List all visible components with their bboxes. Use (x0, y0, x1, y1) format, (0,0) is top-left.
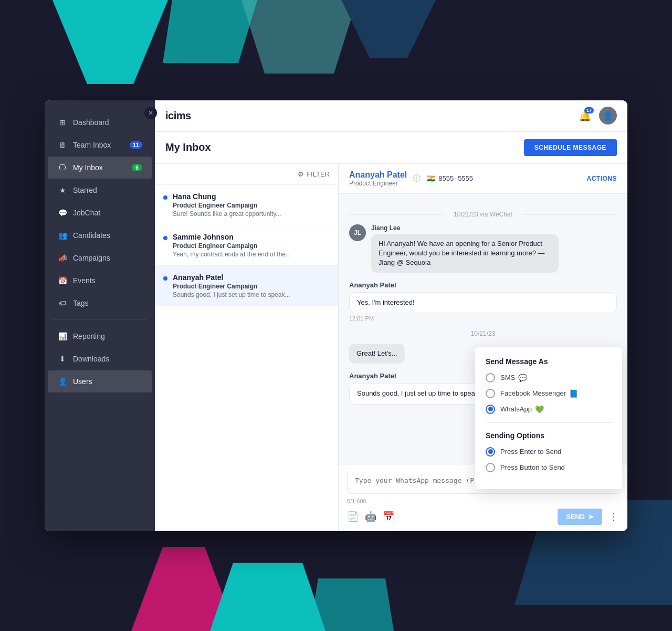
conv-campaign: Product Engineer Campaign (173, 242, 330, 250)
sidebar-item-candidates[interactable]: 👥 Candidates (48, 224, 152, 246)
sidebar-item-label: JobChat (73, 209, 142, 217)
conv-preview: Sure! Sounds like a great opportunity... (173, 210, 330, 218)
send-button[interactable]: SEND ➤ (558, 509, 602, 525)
sidebar-item-jobchat[interactable]: 💬 JobChat (48, 202, 152, 224)
press-button-radio[interactable] (486, 463, 495, 472)
input-actions: 📄 🤖 📅 SEND ➤ ⋮ (347, 509, 619, 525)
whatsapp-radio[interactable] (486, 405, 495, 414)
star-icon: ★ (57, 185, 68, 195)
team-inbox-badge: 11 (130, 141, 142, 149)
send-arrow-icon: ➤ (588, 513, 594, 521)
bg-decoration-teal (52, 0, 168, 84)
bg-decoration-pink (131, 547, 236, 631)
chat-header-right: ACTIONS (587, 175, 617, 182)
conversation-item-sammie[interactable]: Sammie Johnson Product Engineer Campaign… (155, 225, 338, 266)
message-ananyah-1-wrap: Ananyah Patel Yes, I'm interested! 12:01… (349, 281, 617, 322)
avatar-icon: 👤 (603, 111, 613, 121)
chat-icon: 💬 (57, 208, 68, 218)
press-enter-label: Press Enter to Send (500, 448, 561, 456)
send-label: SEND (566, 513, 585, 521)
radio-selected-dot (488, 407, 493, 411)
press-button-option[interactable]: Press Button to Send (486, 463, 612, 472)
top-bar-actions: 🔔 17 👤 (579, 107, 617, 125)
sidebar-item-label: Starred (73, 186, 142, 194)
conv-list-header: ⚙ FILTER (155, 164, 338, 185)
sms-option[interactable]: SMS 💬 (486, 373, 612, 382)
msg-content: Jiang Lee Hi Ananyah! We have an opening… (371, 224, 559, 273)
sidebar-item-tags[interactable]: 🏷 Tags (48, 292, 152, 314)
sidebar-divider (53, 319, 146, 320)
my-inbox-badge: 6 (132, 164, 142, 171)
calendar-icon: 📅 (57, 275, 68, 286)
sms-icon: 💬 (518, 374, 527, 382)
whatsapp-option[interactable]: WhatsApp 💚 (486, 405, 612, 414)
sidebar-item-campaigns[interactable]: 📣 Campaigns (48, 247, 152, 269)
page-header: My Inbox SCHEDULE MESSAGE (155, 132, 627, 164)
top-bar: icims 🔔 17 👤 (155, 100, 627, 132)
conversation-item-hana[interactable]: Hana Chung Product Engineer Campaign Sur… (155, 185, 338, 225)
schedule-message-button[interactable]: SCHEDULE MESSAGE (524, 139, 617, 156)
conv-preview: Yeah, my contract ends at the end of the… (173, 251, 330, 258)
press-button-label: Press Button to Send (500, 463, 565, 471)
sidebar-item-label: My Inbox (73, 163, 132, 172)
conv-campaign: Product Engineer Campaign (173, 202, 330, 209)
conv-info: Ananyah Patel Product Engineer Campaign … (173, 273, 330, 298)
filter-icon: ⚙ (298, 170, 304, 178)
attachment-icon[interactable]: 📄 (347, 511, 359, 522)
sidebar-item-events[interactable]: 📅 Events (48, 270, 152, 292)
sidebar-item-dashboard[interactable]: ⊞ Dashboard (48, 111, 152, 133)
page-title: My Inbox (165, 141, 211, 153)
sidebar-bottom: 📊 Reporting ⬇ Downloads 👤 Users (45, 325, 155, 398)
press-enter-radio[interactable] (486, 447, 495, 457)
facebook-radio[interactable] (486, 389, 495, 398)
press-enter-option[interactable]: Press Enter to Send (486, 447, 612, 457)
send-as-title: Send Message As (486, 357, 612, 366)
sidebar-item-label: Downloads (73, 355, 142, 363)
message-sender-label: Ananyah Patel (349, 281, 617, 289)
message-jiang: JL Jiang Lee Hi Ananyah! We have an open… (349, 224, 617, 273)
info-icon[interactable]: ⓘ (413, 174, 421, 183)
close-button[interactable]: ✕ (144, 107, 157, 119)
sidebar-item-starred[interactable]: ★ Starred (48, 179, 152, 201)
conv-name: Sammie Johnson (173, 233, 330, 241)
conv-info: Hana Chung Product Engineer Campaign Sur… (173, 192, 330, 218)
contact-details: Ananyah Patel Product Engineer (349, 170, 407, 187)
sidebar-item-label: Reporting (73, 332, 142, 340)
sms-radio[interactable] (486, 373, 495, 382)
sidebar-item-label: Team Inbox (73, 141, 130, 149)
tag-icon: 🏷 (57, 298, 68, 308)
conversation-item-ananyah[interactable]: Ananyah Patel Product Engineer Campaign … (155, 266, 338, 306)
facebook-icon: 📘 (569, 389, 578, 398)
sidebar: ✕ ⊞ Dashboard 🖥 Team Inbox 11 🖵 My Inbox… (45, 100, 155, 531)
app-window: ✕ ⊞ Dashboard 🖥 Team Inbox 11 🖵 My Inbox… (45, 100, 627, 531)
template-icon[interactable]: 🤖 (365, 511, 376, 522)
sidebar-item-users[interactable]: 👤 Users (48, 370, 152, 392)
schedule-icon[interactable]: 📅 (383, 511, 394, 522)
unread-dot (163, 236, 167, 240)
bg-decoration-navy (341, 0, 436, 58)
sidebar-item-downloads[interactable]: ⬇ Downloads (48, 348, 152, 370)
actions-button[interactable]: ACTIONS (587, 175, 617, 182)
message-time: 12:01 PM (349, 315, 617, 322)
conv-preview: Sounds good, I just set up time to speak… (173, 291, 330, 298)
bg-decoration-teal-bottom (210, 563, 326, 631)
date-divider-2: 10/21/23 (349, 330, 617, 337)
user-avatar-button[interactable]: 👤 (599, 107, 617, 125)
notification-button[interactable]: 🔔 17 (579, 109, 592, 122)
more-options-button[interactable]: ⋮ (608, 510, 619, 523)
sidebar-item-label: Campaigns (73, 254, 142, 262)
schedule-btn-label: SCHEDULE MESSAGE (534, 144, 606, 151)
filter-label: FILTER (307, 170, 330, 178)
sidebar-item-team-inbox[interactable]: 🖥 Team Inbox 11 (48, 134, 152, 156)
sidebar-item-my-inbox[interactable]: 🖵 My Inbox 6 (48, 157, 152, 179)
sidebar-item-reporting[interactable]: 📊 Reporting (48, 325, 152, 347)
contact-title: Product Engineer (349, 180, 407, 187)
bg-decoration-teal3 (242, 0, 357, 74)
sidebar-nav: ⊞ Dashboard 🖥 Team Inbox 11 🖵 My Inbox 6… (45, 100, 155, 531)
filter-button[interactable]: ⚙ FILTER (298, 170, 330, 178)
chat-header: Ananyah Patel Product Engineer ⓘ 🇮🇳 8555… (339, 164, 627, 194)
bg-decoration-teal2 (163, 0, 257, 63)
body-area: ⚙ FILTER Hana Chung Product Engineer Cam… (155, 164, 627, 531)
facebook-option[interactable]: Facebook Messenger 📘 (486, 389, 612, 398)
people-icon: 👥 (57, 230, 68, 241)
